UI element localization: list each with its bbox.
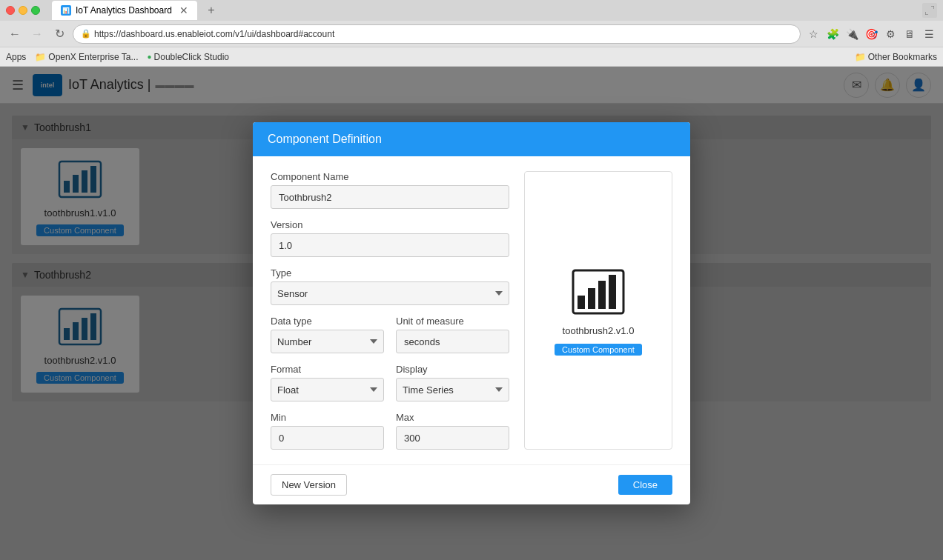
format-select[interactable]: Float Integer — [271, 378, 384, 401]
display-label: Display — [396, 364, 509, 375]
data-type-group: Data type Number String Boolean — [271, 316, 384, 353]
modal-header: Component Definition — [253, 122, 690, 156]
folder-icon: 📁 — [855, 52, 866, 62]
bookmarks-bar: Apps 📁 OpenX Enterprise Ta... ● DoubleCl… — [0, 47, 943, 67]
unit-of-measure-label: Unit of measure — [396, 316, 509, 327]
svg-rect-14 — [609, 275, 616, 309]
bookmark-other[interactable]: 📁 Other Bookmarks — [855, 52, 937, 62]
preview-chart-icon — [569, 266, 628, 318]
close-button[interactable]: Close — [618, 475, 672, 495]
back-button[interactable]: ← — [6, 25, 24, 43]
modal-body: Component Name Version Type Senso — [253, 156, 690, 464]
minimize-window-button[interactable] — [19, 6, 27, 15]
unit-of-measure-input[interactable] — [396, 330, 509, 353]
type-select[interactable]: Sensor Actuator — [271, 281, 509, 305]
svg-rect-12 — [588, 288, 595, 309]
tab-favicon: 📊 — [61, 5, 71, 16]
svg-rect-11 — [578, 296, 585, 309]
apps-label: Apps — [6, 52, 26, 62]
modal-footer: New Version Close — [253, 464, 690, 504]
menu-button[interactable]: ☰ — [921, 26, 937, 42]
browser-titlebar: 📊 IoT Analytics Dashboard ✕ + — [0, 0, 943, 21]
url-text: https://dashboard.us.enableiot.com/v1/ui… — [94, 29, 334, 39]
modal-overlay: Component Definition Component Name Vers… — [0, 67, 943, 560]
max-input[interactable] — [396, 426, 509, 450]
data-type-label: Data type — [271, 316, 384, 327]
browser-tab[interactable]: 📊 IoT Analytics Dashboard ✕ — [52, 1, 197, 20]
extensions-button[interactable]: 🧩 — [824, 26, 841, 42]
openx-label: OpenX Enterprise Ta... — [48, 52, 138, 62]
modal-preview-panel: toothbrush2.v1.0 Custom Component — [524, 171, 672, 450]
chrome-button2[interactable]: 🎯 — [863, 26, 879, 42]
tab-close-button[interactable]: ✕ — [179, 4, 188, 16]
component-definition-modal: Component Definition Component Name Vers… — [253, 122, 690, 504]
close-window-button[interactable] — [6, 6, 15, 15]
chrome-button1[interactable]: 🔌 — [844, 26, 860, 42]
doubleclick-icon: ● — [148, 53, 152, 61]
version-group: Version — [271, 219, 509, 257]
svg-rect-13 — [598, 281, 606, 309]
traffic-lights — [6, 6, 40, 15]
bookmark-doubleclick[interactable]: ● DoubleClick Studio — [148, 52, 229, 62]
tab-title: IoT Analytics Dashboard — [76, 5, 172, 16]
toolbar-icons: ☆ 🧩 🔌 🎯 ⚙ 🖥 ☰ — [805, 26, 937, 42]
component-name-input[interactable] — [271, 185, 509, 209]
max-group: Max — [396, 412, 509, 450]
folder-icon: 📁 — [35, 52, 46, 62]
fullscreen-window-button[interactable] — [31, 6, 40, 15]
new-version-button[interactable]: New Version — [271, 474, 347, 496]
display-select[interactable]: Time Series Gauge — [396, 378, 509, 401]
version-input[interactable] — [271, 233, 509, 257]
forward-button[interactable]: → — [28, 25, 46, 43]
preview-component-name: toothbrush2.v1.0 — [563, 325, 635, 336]
app-content: ☰ intel IoT Analytics | ▬▬▬▬ ✉ 🔔 👤 ▼ Too… — [0, 67, 943, 560]
format-label: Format — [271, 364, 384, 375]
version-label: Version — [271, 219, 509, 230]
other-bookmarks-label: Other Bookmarks — [868, 52, 937, 62]
min-input[interactable] — [271, 426, 384, 450]
format-group: Format Float Integer — [271, 364, 384, 401]
max-label: Max — [396, 412, 509, 423]
settings-button[interactable]: ⚙ — [882, 26, 899, 42]
preview-badge: Custom Component — [555, 344, 642, 356]
data-type-unit-row: Data type Number String Boolean Unit of … — [271, 316, 509, 353]
type-label: Type — [271, 267, 509, 279]
min-label: Min — [271, 412, 384, 423]
data-type-select[interactable]: Number String Boolean — [271, 330, 384, 353]
new-tab-button[interactable]: + — [202, 2, 221, 19]
ssl-lock-icon: 🔒 — [81, 29, 91, 39]
resize-icon — [922, 3, 937, 18]
bookmark-star-button[interactable]: ☆ — [805, 26, 821, 42]
bookmark-openx[interactable]: 📁 OpenX Enterprise Ta... — [35, 52, 138, 62]
bookmark-apps[interactable]: Apps — [6, 52, 26, 62]
modal-form-left: Component Name Version Type Senso — [271, 171, 509, 450]
min-max-row: Min Max — [271, 412, 509, 450]
display-group: Display Time Series Gauge — [396, 364, 509, 401]
display-button[interactable]: 🖥 — [901, 26, 918, 42]
min-group: Min — [271, 412, 384, 450]
address-bar[interactable]: 🔒 https://dashboard.us.enableiot.com/v1/… — [73, 24, 801, 44]
unit-of-measure-group: Unit of measure — [396, 316, 509, 353]
browser-toolbar: ← → ↻ 🔒 https://dashboard.us.enableiot.c… — [0, 21, 943, 47]
refresh-button[interactable]: ↻ — [50, 25, 68, 43]
format-display-row: Format Float Integer Display Time Series — [271, 364, 509, 401]
component-name-group: Component Name — [271, 171, 509, 209]
doubleclick-label: DoubleClick Studio — [154, 52, 229, 62]
component-name-label: Component Name — [271, 171, 509, 182]
type-group: Type Sensor Actuator — [271, 267, 509, 305]
modal-title: Component Definition — [268, 133, 382, 145]
